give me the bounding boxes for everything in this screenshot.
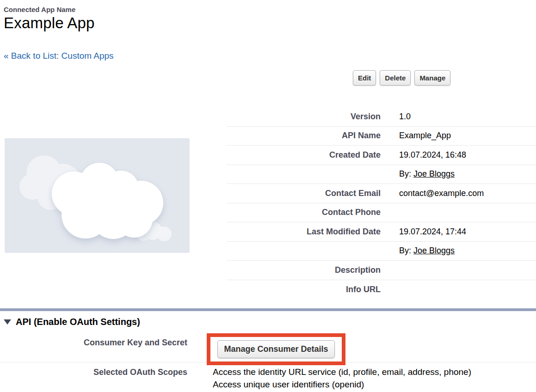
detail-table: Version 1.0 API Name Example_App Created… [227,107,536,299]
field-value-text: 19.07.2024, 17:44 [399,227,466,236]
table-row: Last Modified Date 19.07.2024, 17:44 [227,222,536,242]
table-row: By: Joe Bloggs [227,165,536,184]
table-row: Version 1.0 [227,107,536,127]
field-value: 19.07.2024, 16:48 [399,150,466,160]
user-link[interactable]: Joe Bloggs [413,169,455,178]
field-value-text: By: [399,169,413,178]
toolbar-button[interactable]: Delete [380,70,411,86]
section-heading-text: API (Enable OAuth Settings) [16,317,140,327]
field-value: 1.0 [399,112,411,122]
connected-app-detail-page: Connected App Name Example App « Back to… [0,0,536,392]
table-row: Description [227,261,536,280]
field-label: API Name [227,131,381,141]
oauth-scope-item: Access unique user identifiers (openid) [213,378,471,391]
oauth-section-heading: API (Enable OAuth Settings) [4,317,140,327]
page-header: Connected App Name Example App [4,6,95,32]
page-title: Example App [4,14,95,32]
app-logo-image [5,138,190,253]
oauth-scopes-label: Selected OAuth Scopes [0,368,187,377]
field-value: By: Joe Bloggs [399,169,455,179]
field-value-text: 1.0 [399,112,411,121]
table-row: Created Date 19.07.2024, 16:48 [227,146,536,165]
toolbar-button[interactable]: Manage [414,70,450,86]
oauth-scopes-list: Access the identity URL service (id, pro… [213,366,471,391]
user-link[interactable]: Joe Bloggs [413,246,455,255]
table-row: Info URL [227,280,536,300]
back-to-list-link[interactable]: « Back to List: Custom Apps [4,51,114,61]
field-value: By: Joe Bloggs [399,246,455,256]
field-label: Info URL [227,285,381,294]
table-row: Contact Phone [227,203,536,223]
consumer-key-label: Consumer Key and Secret [0,338,187,348]
field-label: Last Modified Date [227,227,381,237]
field-value: contact@example.com [399,189,484,198]
field-label: Version [227,112,381,122]
field-value-text: contact@example.com [399,189,484,198]
field-label: Contact Email [227,189,381,198]
field-label: Description [227,265,381,275]
oauth-scope-item: Access the identity URL service (id, pro… [213,366,471,378]
cloud-illustration-icon [5,138,190,253]
field-value-text: By: [399,246,413,255]
table-row: By: Joe Bloggs [227,242,536,261]
page-type-label: Connected App Name [4,6,95,13]
highlight-annotation-box: Manage Consumer Details [207,333,345,365]
field-value: Example_App [399,131,451,141]
field-label: Created Date [227,150,381,160]
section-divider-bar [0,308,536,311]
field-label: Contact Phone [227,208,381,217]
table-row: API Name Example_App [227,127,536,146]
table-row: Contact Email contact@example.com [227,184,536,203]
field-value: 19.07.2024, 17:44 [399,227,466,237]
collapse-triangle-icon[interactable] [4,319,11,325]
field-value-text: 19.07.2024, 16:48 [399,150,466,159]
manage-consumer-details-button[interactable]: Manage Consumer Details [217,340,334,358]
action-button-group: Edit Delete Manage [353,70,450,86]
toolbar-button[interactable]: Edit [353,70,376,86]
field-value-text: Example_App [399,131,451,140]
